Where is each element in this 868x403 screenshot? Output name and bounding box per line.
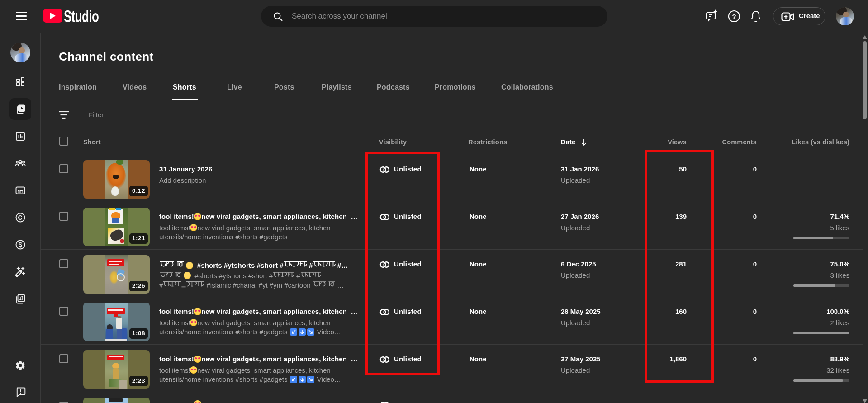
svg-text:?: ?: [732, 13, 736, 20]
